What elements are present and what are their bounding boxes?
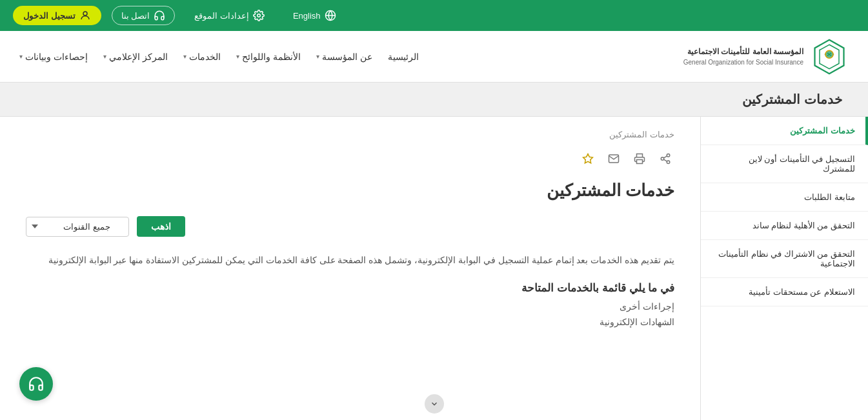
- contact-link[interactable]: اتصل بنا: [112, 6, 176, 25]
- list-header: في ما يلي قائمة بالخدمات المتاحة: [26, 281, 674, 295]
- logo-en: General Organization for Social Insuranc…: [683, 57, 803, 67]
- sidebar-item-requests[interactable]: متابعة الطلبات: [701, 183, 868, 212]
- breadcrumb: خدمات المشتركين: [26, 130, 674, 139]
- content-area: خدمات المشتركين: [0, 117, 700, 420]
- scroll-down-indicator[interactable]: [425, 394, 444, 414]
- breadcrumb-text: خدمات المشتركين: [609, 130, 674, 139]
- header: المؤسسة العامة للتأمينات الاجتماعية Gene…: [0, 31, 868, 83]
- chat-button[interactable]: [19, 367, 53, 401]
- main-nav: الرئيسية عن المؤسسة ▾ الأنظمة واللوائح ▾…: [19, 52, 419, 62]
- sidebar-item-sanad[interactable]: التحقق من الأهلية لنظام ساند: [701, 212, 868, 240]
- sidebar-item-subscription-check[interactable]: التحقق من الاشتراك في نظام التأمينات الا…: [701, 240, 868, 278]
- login-button[interactable]: تسجيل الدخول: [13, 6, 101, 25]
- svg-marker-13: [583, 154, 593, 163]
- nav-services[interactable]: الخدمات ▾: [183, 52, 221, 62]
- lang-label: English: [293, 11, 321, 21]
- page-banner: خدمات المشتركين: [0, 83, 868, 117]
- nav-regulations[interactable]: الأنظمة واللوائح ▾: [236, 52, 301, 62]
- list-item-certificates[interactable]: الشهادات الإلكترونية: [26, 317, 674, 327]
- logo-ar: المؤسسة العامة للتأمينات الاجتماعية: [683, 46, 803, 57]
- description-text: يتم تقديم هذه الخدمات بعد إتمام عملية ال…: [26, 252, 674, 268]
- settings-link[interactable]: إعدادات الموقع: [185, 6, 274, 25]
- svg-line-11: [663, 156, 667, 158]
- sidebar-item-subscribers[interactable]: خدمات المشتركين: [701, 117, 868, 145]
- svg-point-9: [667, 161, 670, 164]
- svg-point-8: [661, 157, 664, 161]
- svg-line-10: [663, 159, 667, 161]
- filter-row: اذهب جميع القنوات الإلكترونية المكتبية: [26, 216, 674, 237]
- page-title: خدمات المشتركين: [742, 92, 842, 106]
- share-icon[interactable]: [656, 150, 674, 168]
- login-label: تسجيل الدخول: [23, 11, 76, 21]
- sidebar-item-entitlements[interactable]: الاستعلام عن مستحقات تأمينية: [701, 278, 868, 306]
- svg-point-2: [83, 12, 87, 15]
- mail-icon[interactable]: [605, 150, 623, 168]
- top-bar: English إعدادات الموقع اتصل بنا تسجيل ال…: [0, 0, 868, 31]
- print-icon[interactable]: [631, 150, 649, 168]
- nav-media[interactable]: المركز الإعلامي ▾: [103, 52, 168, 62]
- sidebar: خدمات المشتركين التسجيل في التأمينات أون…: [700, 117, 868, 420]
- svg-rect-12: [637, 160, 643, 164]
- nav-stats[interactable]: إحصاءات وبيانات ▾: [19, 52, 88, 62]
- svg-point-1: [257, 14, 261, 17]
- action-icons: [26, 150, 674, 168]
- sidebar-item-registration[interactable]: التسجيل في التأمينات أون لاين للمشترك: [701, 145, 868, 183]
- main-layout: خدمات المشتركين التسجيل في التأمينات أون…: [0, 117, 868, 420]
- svg-point-7: [667, 154, 670, 157]
- nav-home[interactable]: الرئيسية: [388, 52, 419, 62]
- settings-label: إعدادات الموقع: [194, 11, 249, 21]
- logo-area: المؤسسة العامة للتأمينات الاجتماعية Gene…: [683, 37, 849, 76]
- contact-label: اتصل بنا: [121, 11, 150, 21]
- list-item-procedures[interactable]: إجراءات أخرى: [26, 301, 674, 312]
- nav-about[interactable]: عن المؤسسة ▾: [316, 52, 372, 62]
- channel-filter[interactable]: جميع القنوات الإلكترونية المكتبية: [26, 217, 129, 237]
- lang-link[interactable]: English: [284, 6, 345, 25]
- go-button[interactable]: اذهب: [137, 216, 185, 237]
- star-icon[interactable]: [579, 150, 597, 168]
- section-title: خدمات المشتركين: [26, 181, 674, 201]
